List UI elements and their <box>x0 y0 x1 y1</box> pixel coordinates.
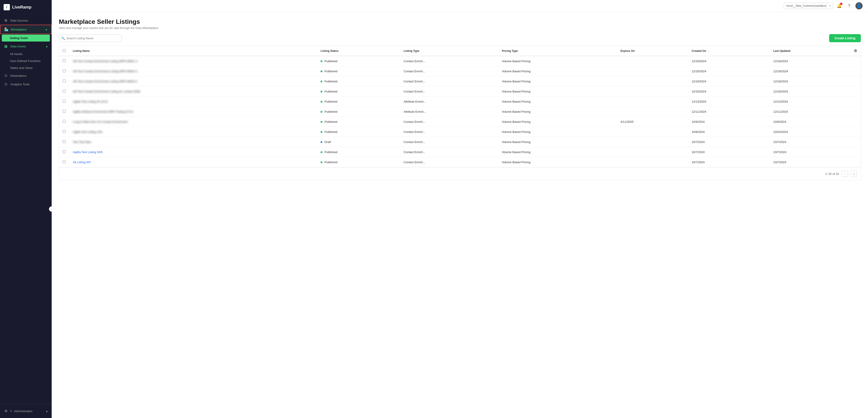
listing-type: Contact Enrich... <box>404 130 425 134</box>
listing-type-cell: Contact Enrich... <box>400 56 498 66</box>
status-dot <box>320 91 322 93</box>
last-updated-cell: 12/16/2024 <box>770 87 850 97</box>
admin-icon: ⚙ <box>4 409 8 413</box>
row-checkbox[interactable] <box>63 150 66 153</box>
status-dot <box>320 81 322 83</box>
sidebar: / LiveRamp ‹ ⊞ Data Sources 🏪 Marketplac… <box>0 0 52 418</box>
last-updated: 10/9/2024 <box>773 120 786 124</box>
status-dot <box>320 141 322 143</box>
row-checkbox[interactable] <box>63 90 66 93</box>
created-on-cell: 12/18/2024 <box>688 76 770 87</box>
listing-name-cell[interactable]: Test Test Relu <box>69 137 317 147</box>
row-checkbox[interactable] <box>63 79 66 83</box>
admin-badge: 0 <box>10 410 12 412</box>
sidebar-sub-item-tables-and-views[interactable]: Tables and Views <box>0 64 52 71</box>
row-actions-cell <box>850 87 861 97</box>
row-checkbox[interactable] <box>63 59 66 62</box>
pricing-type: Volume Based Pricing <box>502 120 530 124</box>
sidebar-item-administration[interactable]: ⚙ 0 Administration ▲ <box>0 407 52 415</box>
table-settings-icon[interactable]: ⚙ <box>854 49 857 53</box>
listing-name-cell[interactable]: AB Test Contact Enrichment Listing MPR 0… <box>69 66 317 76</box>
row-checkbox[interactable] <box>63 69 66 72</box>
last-updated: 12/18/2024 <box>773 80 788 83</box>
row-checkbox[interactable] <box>63 130 66 133</box>
sidebar-sub-item-all-assets[interactable]: All Assets <box>0 51 52 58</box>
sidebar-item-data-assets[interactable]: ▦ Data Assets ▲ <box>0 42 52 51</box>
next-page-button[interactable]: › <box>851 171 857 177</box>
all-assets-label: All Assets <box>10 52 23 56</box>
sidebar-nav: ⊞ Data Sources 🏪 Marketplace ▲ Selling T… <box>0 14 52 90</box>
created-on-cell: 10/7/2024 <box>688 157 770 167</box>
col-header-created-on[interactable]: Created On ↓ <box>688 46 770 56</box>
create-listing-button[interactable]: Create Listing <box>829 34 861 42</box>
sidebar-item-destinations[interactable]: ⊙ Destinations <box>0 71 52 80</box>
listing-type: Contact Enrich... <box>404 60 425 63</box>
listing-name-cell[interactable]: AB Test Contact Enrichment Listing MPR 0… <box>69 56 317 66</box>
status-dot <box>320 111 322 113</box>
user-avatar[interactable]: 👤 <box>856 2 863 9</box>
listing-type: Attribute Enrich... <box>404 100 426 103</box>
prev-page-button[interactable]: ‹ <box>842 171 848 177</box>
expires-on-cell <box>617 107 688 117</box>
listing-type: Contact Enrich... <box>404 161 425 164</box>
last-updated-cell: 10/9/2024 <box>770 117 850 127</box>
listing-status: Published <box>324 161 337 164</box>
logo-icon: / <box>4 4 10 10</box>
listing-name: Long & Wide Desc for Contact Enrichment <box>73 120 128 124</box>
pricing-type-cell: Volume Based Pricing <box>498 87 617 97</box>
sidebar-item-marketplace[interactable]: 🏪 Marketplace ▲ <box>0 25 52 34</box>
row-actions-cell <box>850 147 861 157</box>
row-checkbox[interactable] <box>63 140 66 143</box>
row-actions-cell <box>850 127 861 137</box>
sidebar-sub-item-selling-tools[interactable]: Selling Tools <box>2 35 50 41</box>
page-subtitle: View and manage your assets that are for… <box>59 26 861 30</box>
sidebar-collapse-button[interactable]: ‹ <box>49 206 54 212</box>
listing-name-cell[interactable]: Agilita Test Listing 5/05 <box>69 147 317 157</box>
row-checkbox-cell <box>59 117 69 127</box>
table-row: Agilita Test Listing W 12/13 Published A… <box>59 97 861 107</box>
row-checkbox-cell <box>59 147 69 157</box>
table-row: Agilita Test Listing 1/01 Published Cont… <box>59 127 861 137</box>
listing-name-cell[interactable]: Agilita Test Listing W 12/13 <box>69 97 317 107</box>
created-on: 10/8/2024 <box>692 130 705 134</box>
listing-name-cell[interactable]: Alt Listing 007 <box>69 157 317 167</box>
sidebar-item-data-sources[interactable]: ⊞ Data Sources <box>0 16 52 25</box>
listing-name-cell[interactable]: AB Test Contact Enrichment Listing MPR 0… <box>69 76 317 87</box>
listing-type-cell: Attribute Enrich... <box>400 107 498 117</box>
listing-status: Published <box>324 130 337 134</box>
sidebar-item-analytics-tools[interactable]: ⊙ Analytics Tools <box>0 80 52 89</box>
row-checkbox-cell <box>59 157 69 167</box>
listing-type-cell: Contact Enrich... <box>400 147 498 157</box>
listing-name-cell[interactable]: AB Test Contact Enrichment Listing for c… <box>69 87 317 97</box>
row-checkbox-cell <box>59 97 69 107</box>
col-header-listing-type: Listing Type <box>400 46 498 56</box>
pricing-type: Volume Based Pricing <box>502 90 530 93</box>
last-updated: 12/18/2024 <box>773 60 788 63</box>
status-dot <box>320 101 322 103</box>
last-updated-cell: 12/11/2024 <box>770 107 850 117</box>
listing-status-cell: Published <box>317 56 400 66</box>
row-checkbox[interactable] <box>63 160 66 163</box>
created-on-cell: 12/18/2024 <box>688 56 770 66</box>
sidebar-sub-item-user-defined-functions[interactable]: User-Defined Functions <box>0 58 52 64</box>
listing-name-cell[interactable]: Long & Wide Desc for Contact Enrichment <box>69 117 317 127</box>
listing-status-cell: Published <box>317 157 400 167</box>
table-row: Agilita Attribute Enrichment MPR Testing… <box>59 107 861 117</box>
row-checkbox[interactable] <box>63 120 66 123</box>
help-button[interactable]: ? <box>845 2 853 9</box>
expires-on-cell <box>617 56 688 66</box>
last-updated: 10/24/2024 <box>773 130 788 134</box>
notifications-button[interactable]: 🔔 1 <box>836 2 843 9</box>
listing-name-cell[interactable]: Agilita Test Listing 1/01 <box>69 127 317 137</box>
row-checkbox[interactable] <box>63 100 66 103</box>
expires-on-cell <box>617 137 688 147</box>
environment-select[interactable]: Accel__New_Customer(sandbox) <box>784 3 833 9</box>
select-all-checkbox[interactable] <box>63 49 66 52</box>
search-input[interactable] <box>59 35 122 42</box>
col-header-listing-status: Listing Status <box>317 46 400 56</box>
app-logo: / LiveRamp <box>0 0 52 14</box>
last-updated-cell: 12/13/2024 <box>770 97 850 107</box>
row-checkbox[interactable] <box>63 110 66 113</box>
search-icon: 🔍 <box>61 36 65 40</box>
listing-name-cell[interactable]: Agilita Attribute Enrichment MPR Testing… <box>69 107 317 117</box>
